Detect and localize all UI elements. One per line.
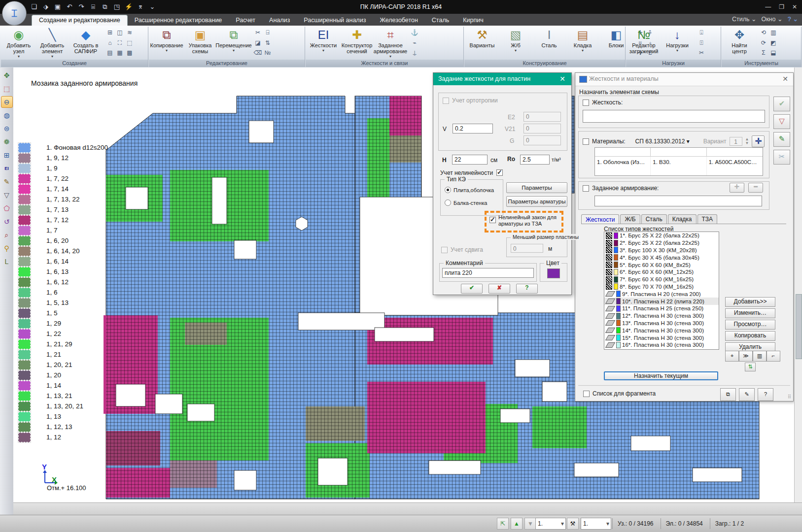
fragment-icon[interactable]: ⬚	[1, 83, 13, 95]
v-field[interactable]: 0.2	[453, 124, 493, 133]
edit-list-icon[interactable]: ✎	[739, 388, 755, 401]
panel-close-icon[interactable]: ✕	[782, 75, 788, 83]
dialog-title[interactable]: Задание жесткости для пластин	[433, 73, 571, 85]
filter-button[interactable]: ▽	[773, 114, 790, 129]
lightning-icon[interactable]: ⚡	[124, 2, 133, 11]
g-field[interactable]: 0	[523, 135, 561, 145]
window-menu[interactable]: Окно ⌄	[761, 15, 782, 23]
small-tool-icon[interactable]: ✂	[253, 29, 262, 36]
stiffness-button[interactable]: EIЖесткости▾	[308, 28, 339, 59]
help-menu[interactable]: ? ⌄	[787, 15, 798, 23]
rotate-view-icon[interactable]: ❁	[1, 136, 13, 148]
stiffness-type-list[interactable]: 1*. Брус 25 X 22 (балка 22x25)2*. Брус 2…	[604, 232, 719, 350]
section-plane-icon[interactable]: ⊖	[1, 96, 13, 108]
panel-tab-Ж/Б[interactable]: Ж/Б	[620, 214, 640, 224]
fragment-checkbox[interactable]	[583, 391, 590, 397]
add-variant-button[interactable]: ✛	[752, 135, 765, 147]
variant-spin-arrows[interactable]: ▲▼	[745, 137, 749, 145]
small-tool-icon[interactable]: ⍈	[263, 29, 272, 36]
load-edit-icon[interactable]: ⇱	[497, 518, 509, 530]
apply-selection-button[interactable]: ✔	[773, 97, 790, 111]
sapfir-button[interactable]: ◆Создать в САПФИР	[70, 28, 102, 59]
stiffness-type-item[interactable]: 9*. Пластина Н 20 (стена 200)	[604, 290, 719, 298]
element-display-combo[interactable]: 1.	[581, 518, 611, 530]
flashlight-icon[interactable]: ⚲	[1, 242, 13, 254]
small-tool-icon[interactable]: ◪	[253, 39, 262, 47]
open-icon[interactable]: ⬗	[41, 2, 50, 11]
poly-select-icon[interactable]: ⬠	[1, 202, 13, 214]
small-tool-icon[interactable]: №	[263, 49, 272, 57]
list-button-3[interactable]: Копировать	[725, 331, 775, 341]
dialog-help-button[interactable]: ?	[516, 284, 538, 294]
panel-tab-ТЗА[interactable]: ТЗА	[697, 214, 717, 224]
given-rebar-checkbox[interactable]	[583, 185, 589, 192]
rebar-add-button[interactable]: ✛	[730, 183, 744, 193]
element-add-button[interactable]: ╲Добавить элемент▾	[36, 28, 68, 59]
stiffness-type-item[interactable]: 15*. Пластина Н 30 (стена 300)	[604, 334, 719, 341]
small-tool-icon[interactable]: ⌫	[253, 49, 262, 57]
small-tool-icon[interactable]: ≋	[125, 29, 134, 36]
small-tool-icon[interactable]: Σ	[759, 49, 768, 57]
beam-wall-radio[interactable]	[445, 200, 451, 206]
vertical-scrollbar[interactable]	[794, 67, 802, 502]
list-button-1[interactable]: Изменить…	[725, 308, 775, 318]
stiffness-type-item[interactable]: 14*. Пластина Н 30 (стена 300)	[604, 327, 719, 334]
steel-button[interactable]: IСталь	[533, 28, 565, 59]
stiffness-type-item[interactable]: 4*. Брус 30 X 45 (балка 30x45)	[604, 254, 719, 261]
help-icon[interactable]: ?	[758, 388, 773, 401]
section-vertical-icon[interactable]: ◍	[1, 109, 13, 121]
dimension-icon[interactable]: L	[1, 256, 13, 267]
variants-button[interactable]: ⚒Варианты	[466, 28, 498, 59]
color-swatch[interactable]	[547, 268, 560, 278]
small-tool-icon[interactable]: ⍊	[410, 49, 419, 57]
stiffness-display-icon[interactable]: EI	[1, 163, 13, 174]
model-icon[interactable]: ⌸	[89, 2, 98, 11]
filter-icon[interactable]: ▽	[1, 189, 13, 201]
small-tool-icon[interactable]: ⬓	[769, 49, 778, 57]
material-cell[interactable]: 1. Оболочка (Из…	[595, 157, 651, 176]
redo-icon[interactable]: ↷	[77, 2, 86, 11]
panel-tab-Кладка[interactable]: Кладка	[668, 214, 697, 224]
small-tool-icon[interactable]: ◩	[769, 39, 778, 47]
small-tool-icon[interactable]: ⟲	[759, 29, 768, 36]
stiffness-type-item[interactable]: 1*. Брус 25 X 22 (балка 22x25)	[604, 232, 719, 239]
small-tool-icon[interactable]: ⛶	[115, 39, 124, 47]
small-tool-icon[interactable]: ✂	[697, 49, 706, 57]
dialog-close-icon[interactable]: ✕	[558, 73, 567, 85]
panel-header[interactable]: Жесткости и материалы ✕	[575, 73, 793, 86]
scrollbar-thumb[interactable]	[796, 294, 802, 359]
small-tool-icon[interactable]: ⌂	[105, 39, 114, 47]
section-builder-button[interactable]: ✚Конструктор сечений	[341, 28, 373, 59]
material-params-button[interactable]: Параметры материала	[506, 182, 567, 193]
small-tool-icon[interactable]: ⊞	[105, 29, 114, 36]
tab-4[interactable]: Расширенный анализ	[297, 15, 373, 26]
resize-grip[interactable]: ⠿	[788, 394, 791, 399]
stiffness-type-item[interactable]: 8*. Брус 70 X 70 (КМ_16x25)	[604, 283, 719, 291]
pan-view-icon[interactable]: ✥	[1, 69, 13, 81]
concrete-cell[interactable]: 1. B30.	[651, 157, 706, 176]
rebar-field[interactable]	[594, 196, 762, 206]
zoom-off-icon[interactable]: ⌕	[1, 229, 13, 241]
rebar-params-button[interactable]: Параметры арматуры	[506, 196, 567, 207]
node-display-combo[interactable]: 1.	[535, 518, 566, 530]
new-doc-icon[interactable]: ❏	[30, 2, 38, 11]
variant-spinner[interactable]: 1	[730, 137, 742, 146]
small-tool-icon[interactable]: ⚓	[410, 29, 419, 36]
nonlinearity-checkbox[interactable]	[496, 169, 503, 176]
panel-tab-Сталь[interactable]: Сталь	[641, 214, 667, 224]
tab-3[interactable]: Анализ	[262, 15, 297, 26]
list-button-2[interactable]: Просмотр…	[725, 320, 775, 330]
copy-button[interactable]: ⧉Копирование▾	[151, 28, 182, 59]
small-tool-icon[interactable]: ⌁	[410, 39, 419, 47]
show-params-icon[interactable]: ▥	[753, 351, 767, 362]
brush-button[interactable]: ✎	[773, 132, 790, 147]
hammer-icon[interactable]: ⚒	[567, 518, 579, 530]
list-button-0[interactable]: Добавить>>	[725, 297, 775, 307]
small-tool-icon[interactable]: ▩	[125, 49, 134, 57]
shear-checkbox[interactable]	[441, 247, 448, 253]
copy-list-icon[interactable]: ⧉	[720, 388, 736, 401]
style-menu[interactable]: Стиль ⌄	[732, 15, 757, 23]
apply-list-icon[interactable]: ≫	[739, 351, 753, 362]
tab-0[interactable]: Создание и редактирование	[32, 15, 128, 26]
minimize-button[interactable]: —	[765, 3, 771, 10]
